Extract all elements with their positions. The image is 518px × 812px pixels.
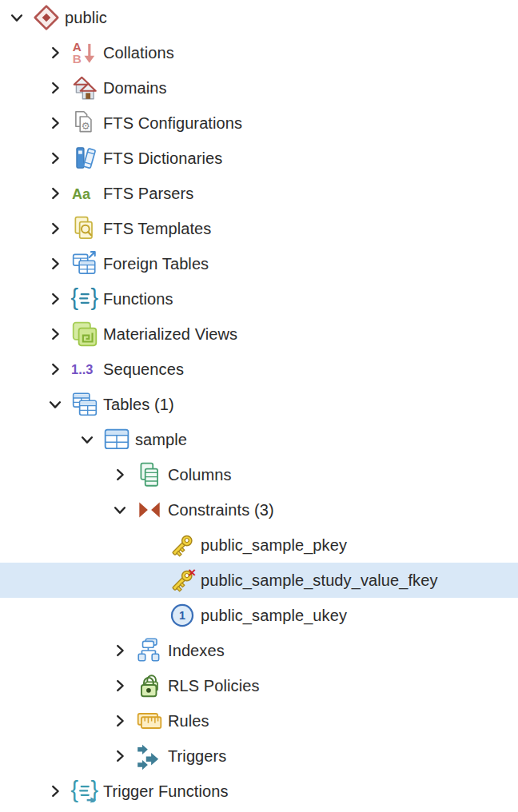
tree-row-collations[interactable]: AB Collations	[0, 35, 518, 70]
chevron-spacer	[142, 531, 168, 559]
tree-row-fts-dictionaries[interactable]: FTS Dictionaries	[0, 141, 518, 176]
svg-text:⚙: ⚙	[82, 121, 90, 132]
node-label-functions: Functions	[103, 290, 173, 308]
node-label-columns: Columns	[168, 466, 232, 484]
rls-policy-icon	[135, 671, 164, 700]
node-label-foreign-tables: Foreign Tables	[103, 255, 209, 273]
svg-text:{: {	[71, 777, 79, 802]
node-label-fts-parsers: FTS Parsers	[103, 185, 193, 203]
chevron-down-icon[interactable]	[110, 496, 135, 524]
tree-row-public-sample-ukey[interactable]: 1 public_sample_ukey	[0, 598, 518, 633]
chevron-down-icon[interactable]	[77, 425, 102, 454]
tree-row-fts-configurations[interactable]: ⚙ FTS Configurations	[0, 105, 518, 141]
node-label-triggers: Triggers	[168, 747, 226, 766]
foreign-table-icon	[70, 249, 99, 278]
tree-row-sequences[interactable]: 1..3 Sequences	[0, 352, 518, 387]
node-label-rules: Rules	[168, 712, 209, 730]
index-icon	[135, 636, 164, 665]
node-label-trigger-functions: Trigger Functions	[103, 782, 229, 801]
svg-text:{: {	[71, 285, 79, 310]
tree-row-foreign-tables[interactable]: Foreign Tables	[0, 246, 518, 281]
chevron-down-icon[interactable]	[45, 390, 70, 419]
schema-icon	[32, 3, 61, 32]
tree-row-constraints[interactable]: Constraints (3)	[0, 492, 518, 527]
chevron-down-icon[interactable]	[6, 3, 32, 32]
tree-row-table-sample[interactable]: sample	[0, 422, 518, 457]
chevron-right-icon[interactable]	[45, 179, 70, 208]
chevron-right-icon[interactable]	[110, 707, 135, 735]
chevron-right-icon[interactable]	[45, 38, 70, 67]
svg-text:1: 1	[179, 609, 185, 622]
function-icon: {}	[70, 285, 99, 313]
node-label-constraints: Constraints (3)	[168, 501, 274, 519]
tree-row-fts-templates[interactable]: FTS Templates	[0, 211, 518, 246]
object-tree: public AB Collations Domains ⚙ FTS Confi…	[0, 0, 518, 809]
collation-icon: AB	[70, 38, 99, 67]
fts-dictionary-icon	[70, 144, 99, 173]
node-label-schema-public: public	[65, 9, 107, 27]
node-label-collations: Collations	[103, 44, 174, 62]
tree-row-public-sample-pkey[interactable]: public_sample_pkey	[0, 527, 518, 563]
tree-row-schema-public[interactable]: public	[0, 0, 518, 35]
node-label-public-sample-pkey: public_sample_pkey	[201, 536, 347, 555]
trigger-function-icon: {}	[70, 777, 99, 806]
chevron-right-icon[interactable]	[45, 777, 70, 806]
chevron-right-icon[interactable]	[45, 74, 70, 102]
domain-icon	[70, 74, 99, 102]
tree-row-functions[interactable]: {} Functions	[0, 281, 518, 316]
node-label-public-sample-study-value-fkey: public_sample_study_value_fkey	[201, 571, 438, 590]
tables-icon	[70, 390, 99, 419]
node-label-tables: Tables (1)	[103, 396, 174, 414]
constraint-icon	[135, 496, 164, 524]
tree-row-rls-policies[interactable]: RLS Policies	[0, 668, 518, 703]
tree-row-triggers[interactable]: Triggers	[0, 738, 518, 774]
tree-row-rules[interactable]: Rules	[0, 703, 518, 738]
chevron-right-icon[interactable]	[45, 144, 70, 173]
tree-row-public-sample-study-value-fkey[interactable]: × public_sample_study_value_fkey	[0, 563, 518, 598]
chevron-right-icon[interactable]	[45, 249, 70, 278]
rule-icon	[135, 707, 164, 735]
trigger-icon	[135, 742, 164, 770]
node-label-sequences: Sequences	[103, 360, 184, 379]
tree-row-materialized-views[interactable]: Materialized Views	[0, 316, 518, 352]
chevron-right-icon[interactable]	[45, 320, 70, 348]
svg-text:}: }	[90, 285, 98, 310]
node-label-fts-templates: FTS Templates	[103, 220, 211, 238]
node-label-table-sample: sample	[135, 431, 187, 449]
node-label-rls-policies: RLS Policies	[168, 677, 260, 695]
tree-row-trigger-functions[interactable]: {} Trigger Functions	[0, 774, 518, 809]
table-icon	[102, 425, 131, 454]
node-label-indexes: Indexes	[168, 642, 225, 660]
svg-text:1..3: 1..3	[71, 362, 93, 376]
chevron-right-icon[interactable]	[110, 742, 135, 770]
tree-row-fts-parsers[interactable]: Aa FTS Parsers	[0, 176, 518, 211]
fts-parser-icon: Aa	[70, 179, 99, 208]
node-label-public-sample-ukey: public_sample_ukey	[201, 607, 347, 625]
fts-template-icon	[70, 214, 99, 243]
fts-configuration-icon: ⚙	[70, 109, 99, 137]
primary-key-icon	[168, 531, 197, 559]
sequence-icon: 1..3	[70, 355, 99, 384]
chevron-right-icon[interactable]	[45, 109, 70, 137]
materialized-view-icon	[70, 320, 99, 348]
unique-key-icon: 1	[168, 601, 197, 630]
node-label-fts-configurations: FTS Configurations	[103, 114, 242, 133]
chevron-right-icon[interactable]	[45, 214, 70, 243]
tree-row-columns[interactable]: Columns	[0, 457, 518, 492]
chevron-right-icon[interactable]	[45, 355, 70, 384]
svg-text:Aa: Aa	[72, 186, 91, 202]
chevron-spacer	[142, 566, 168, 595]
tree-row-tables[interactable]: Tables (1)	[0, 387, 518, 422]
chevron-right-icon[interactable]	[110, 460, 135, 489]
node-label-materialized-views: Materialized Views	[103, 325, 237, 344]
node-label-domains: Domains	[103, 79, 167, 98]
svg-text:B: B	[73, 52, 82, 66]
columns-icon	[135, 460, 164, 489]
foreign-key-icon: ×	[168, 566, 197, 595]
chevron-right-icon[interactable]	[45, 285, 70, 313]
tree-row-indexes[interactable]: Indexes	[0, 633, 518, 668]
tree-row-domains[interactable]: Domains	[0, 70, 518, 105]
chevron-right-icon[interactable]	[110, 671, 135, 700]
chevron-right-icon[interactable]	[110, 636, 135, 665]
chevron-spacer	[142, 601, 168, 630]
